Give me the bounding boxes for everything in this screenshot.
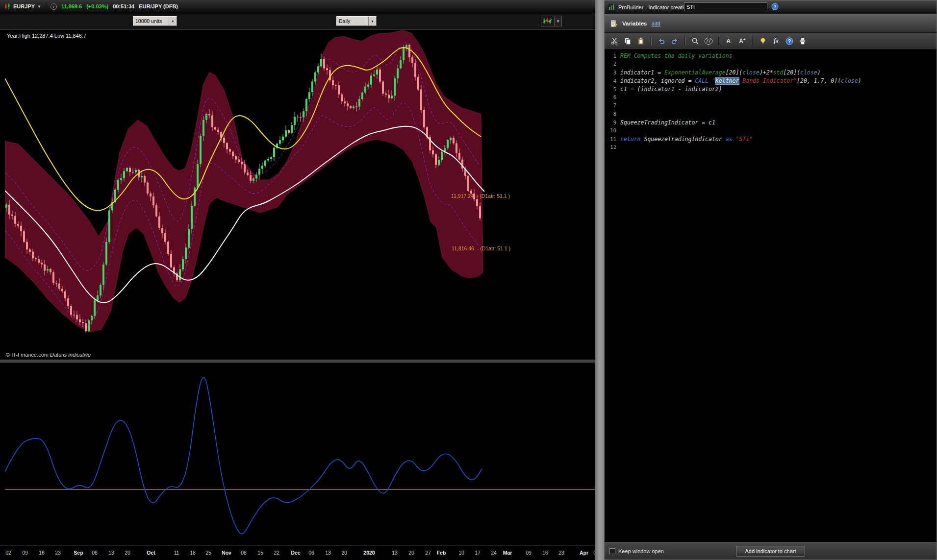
undo-button[interactable]	[656, 35, 667, 47]
axis-label: 27	[425, 550, 431, 556]
tip-button[interactable]	[757, 35, 769, 47]
copyright-label: © IT-Finance.com Data is indicative	[6, 352, 91, 358]
add-variable-link[interactable]: add	[652, 21, 660, 26]
svg-text:?: ?	[788, 39, 791, 44]
chart-type-dropdown[interactable]: ▼	[555, 16, 562, 26]
timeframe-dropdown[interactable]: Daily ▼	[336, 16, 377, 26]
axis-label: 16	[542, 550, 548, 556]
units-value: 10000 units	[133, 18, 169, 24]
axis-label: 06	[92, 550, 98, 556]
year-range-label: Year:High 12,287.4 Low 11,846.7	[7, 33, 86, 39]
print-button[interactable]	[797, 35, 809, 47]
time-axis[interactable]: 02091623Sep061320Oct111825Nov081522Dec06…	[0, 545, 595, 560]
price-change: (+0.03%)	[86, 3, 108, 9]
code-line[interactable]: 4indicator2, ignored = CALL "Keltner Ban…	[605, 77, 937, 86]
probuilder-footer: Keep window open Add indicator to chart	[605, 542, 937, 560]
chevron-down-icon[interactable]: ▼	[169, 17, 177, 25]
code-line[interactable]: 6	[605, 94, 937, 102]
svg-text://: //	[706, 39, 711, 44]
line-number: 2	[605, 61, 620, 67]
keep-window-open-option[interactable]: Keep window open	[609, 548, 664, 554]
axis-label: 16	[39, 550, 45, 556]
code-line[interactable]: 3indicator1 = ExponentialAverage[20](clo…	[605, 69, 937, 77]
font-increase-button[interactable]: A+	[736, 35, 748, 47]
line-number: 9	[605, 120, 620, 125]
code-editor[interactable]: 1REM Computes the daily variations23indi…	[605, 49, 937, 542]
copyright-note: Data is indicative	[50, 352, 91, 358]
indicator-name-input[interactable]	[684, 2, 767, 11]
axis-label: 22	[274, 550, 279, 556]
window-gap	[595, 0, 604, 560]
band-upper-price-label: 11,917.24 - (D1atr: 51.1 )	[451, 193, 510, 199]
line-number: 4	[605, 78, 620, 84]
info-icon[interactable]: i	[51, 3, 57, 10]
comment-button[interactable]: //	[703, 35, 714, 47]
instrument-label: EUR/JPY (DFB)	[139, 3, 178, 9]
search-button[interactable]	[689, 35, 701, 47]
axis-label: 06	[308, 550, 314, 556]
font-decrease-button[interactable]: A-	[723, 35, 735, 47]
chart-window: EURJPY ▼ i 11,869.6 (+0.03%) 00:51:34 EU…	[0, 0, 595, 560]
axis-label: 09	[526, 550, 532, 556]
add-indicator-button[interactable]: Add indicator to chart	[736, 546, 806, 557]
code-line[interactable]: 11return SqueezeTradingIndicator as "STi…	[605, 136, 937, 144]
code-line[interactable]: 7	[605, 102, 937, 111]
cut-button[interactable]	[608, 35, 620, 47]
help-button[interactable]: ?	[784, 35, 795, 47]
undo-icon	[658, 37, 665, 45]
probuilder-titlebar[interactable]: ProBuilder - Indicator creation - ?	[605, 0, 937, 14]
axis-label: 15	[257, 550, 263, 556]
code-line[interactable]: 1REM Computes the daily variations	[605, 52, 937, 61]
svg-text:?: ?	[774, 4, 777, 9]
line-number: 7	[605, 102, 620, 108]
panel-splitter[interactable]	[0, 360, 595, 363]
code-line[interactable]: 5c1 = (indicator1 - indicator2)	[605, 86, 937, 94]
axis-label: Apr	[580, 550, 588, 556]
paste-button[interactable]	[635, 35, 647, 47]
axis-label: 11	[174, 550, 179, 556]
price-chart[interactable]: Year:High 12,287.4 Low 11,846.7 11,917.2…	[0, 29, 595, 360]
candlestick-mini-icon	[4, 3, 11, 10]
help-icon[interactable]: ?	[771, 3, 779, 12]
line-number: 1	[605, 53, 620, 59]
axis-label: 2020	[363, 550, 375, 556]
axis-label: Sep	[74, 550, 83, 556]
code-line[interactable]: 10	[605, 127, 937, 136]
axis-label: 25	[205, 550, 211, 556]
code-line[interactable]: 8	[605, 111, 937, 119]
copy-button[interactable]	[622, 35, 633, 47]
separator	[46, 2, 46, 10]
keep-window-open-label: Keep window open	[618, 548, 664, 554]
clipboard-icon	[637, 37, 645, 45]
toolbar-separator	[651, 37, 652, 46]
units-dropdown[interactable]: 10000 units ▼	[133, 16, 177, 26]
axis-label: 13	[108, 550, 114, 556]
axis-label: 08	[241, 550, 247, 556]
axis-label: 23	[55, 550, 61, 556]
line-number: 11	[605, 136, 620, 142]
copy-icon	[624, 37, 632, 45]
functions-button[interactable]: fx	[770, 35, 782, 47]
axis-label: 24	[491, 550, 497, 556]
code-line[interactable]: 12	[605, 144, 937, 152]
axis-label: 17	[475, 550, 481, 556]
chart-type-button[interactable]	[541, 16, 555, 26]
indicator-subchart[interactable]	[0, 363, 595, 545]
scissors-icon	[610, 37, 618, 45]
oscillator-canvas[interactable]	[5, 363, 595, 545]
keep-window-open-checkbox[interactable]	[609, 548, 615, 554]
probuilder-icon	[608, 4, 615, 10]
line-number: 3	[605, 70, 620, 75]
toolbar-separator	[684, 37, 685, 46]
axis-label: 20	[125, 550, 130, 556]
code-line[interactable]: 2	[605, 61, 937, 69]
symbol-selector[interactable]: EURJPY ▼	[4, 3, 41, 10]
line-number: 12	[605, 144, 620, 150]
line-number: 10	[605, 127, 620, 133]
code-line[interactable]: 9SqueezeTradingIndicator = c1	[605, 119, 937, 127]
redo-button[interactable]	[669, 35, 681, 47]
chevron-down-icon[interactable]: ▼	[368, 17, 376, 25]
line-number: 6	[605, 94, 620, 100]
axis-label: 13	[325, 550, 331, 556]
axis-label: 10	[458, 550, 464, 556]
